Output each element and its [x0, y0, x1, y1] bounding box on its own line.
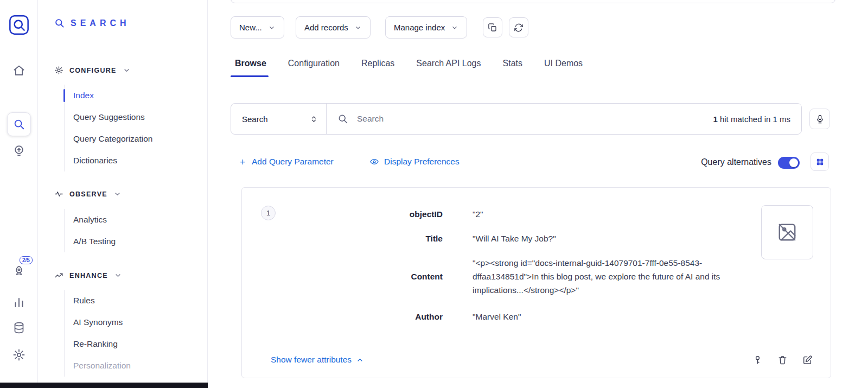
search-icon	[337, 113, 348, 124]
button-label: New...	[239, 23, 262, 32]
activity-icon	[54, 189, 63, 199]
search-product-header[interactable]: SEARCH	[54, 18, 130, 28]
configure-items: Index Query Suggestions Query Categoriza…	[64, 85, 200, 171]
layout-grid-icon[interactable]	[810, 152, 829, 171]
add-records-button[interactable]: Add records	[296, 16, 371, 39]
chevron-down-icon	[114, 271, 122, 279]
sidebar-item-index[interactable]: Index	[65, 85, 200, 106]
gear-icon	[54, 66, 63, 75]
hit-card: 1 objectID "2" Title "Will AI Take My Jo…	[241, 187, 831, 378]
field-label: Title	[242, 234, 443, 244]
query-alternatives-toggle[interactable]	[778, 157, 800, 169]
image-off-icon	[777, 222, 797, 243]
tab-replicas[interactable]: Replicas	[361, 59, 394, 77]
sidebar-item-rules[interactable]: Rules	[65, 290, 200, 311]
hits-stats: 1 hit matched in 1 ms	[713, 115, 790, 124]
field-value: "Marvel Ken"	[473, 310, 751, 323]
bottom-edge	[0, 383, 208, 388]
link-label: Add Query Parameter	[252, 157, 334, 167]
field-value: "<p><strong id="docs-internal-guid-14079…	[473, 256, 751, 297]
section-label: CONFIGURE	[69, 67, 117, 74]
chevron-up-icon	[356, 356, 364, 364]
tab-configuration[interactable]: Configuration	[288, 59, 340, 77]
plus-icon	[239, 158, 247, 166]
database-icon[interactable]	[12, 321, 25, 334]
tab-stats[interactable]: Stats	[503, 59, 522, 77]
query-alternatives-label: Query alternatives	[681, 157, 771, 167]
key-icon[interactable]	[748, 351, 767, 369]
hit-actions	[748, 351, 816, 369]
sidebar: SEARCH CONFIGURE Index Query Suggestions…	[38, 0, 208, 388]
recommend-icon[interactable]	[12, 144, 25, 157]
sidebar-item-re-ranking[interactable]: Re-Ranking	[65, 333, 200, 355]
field-row-content: Content "<p><strong id="docs-internal-gu…	[242, 256, 751, 297]
chevron-down-icon	[123, 66, 131, 74]
field-row-objectid: objectID "2"	[242, 207, 751, 221]
index-selector-value: Search	[242, 115, 268, 124]
index-tabs: Browse Configuration Replicas Search API…	[235, 59, 583, 77]
search-bar: Search 1 hit matched in 1 ms	[231, 103, 802, 135]
field-row-author: Author "Marvel Ken"	[242, 310, 751, 323]
home-icon[interactable]	[12, 64, 25, 77]
section-observe[interactable]: OBSERVE	[54, 189, 122, 199]
image-placeholder	[761, 205, 813, 259]
sidebar-item-analytics[interactable]: Analytics	[65, 209, 200, 231]
sidebar-item-ai-synonyms[interactable]: AI Synonyms	[65, 311, 200, 333]
section-label: OBSERVE	[69, 190, 107, 198]
manage-index-button[interactable]: Manage index	[385, 16, 467, 39]
microphone-icon[interactable]	[809, 109, 830, 129]
top-cropped-bar	[231, 0, 835, 3]
algolia-dashboard: 2/5 SEARCH CONFIGURE Index	[0, 0, 868, 388]
bar-chart-icon[interactable]	[12, 296, 25, 309]
hits-count: 1	[713, 115, 717, 124]
observe-items: Analytics A/B Testing	[64, 209, 200, 252]
tab-search-api-logs[interactable]: Search API Logs	[416, 59, 481, 77]
section-label: ENHANCE	[69, 272, 108, 279]
trending-up-icon	[54, 271, 63, 280]
field-value: "Will AI Take My Job?"	[473, 232, 751, 245]
chevron-down-icon	[268, 24, 276, 31]
field-label: Author	[242, 312, 443, 322]
search-input[interactable]	[357, 114, 704, 124]
toggle-knob	[789, 158, 798, 167]
edit-icon[interactable]	[798, 351, 816, 369]
display-preferences-link[interactable]: Display Preferences	[369, 157, 459, 167]
chevron-down-icon	[354, 24, 362, 31]
section-configure[interactable]: CONFIGURE	[54, 66, 131, 75]
sidebar-item-dictionaries[interactable]: Dictionaries	[65, 150, 200, 171]
hit-fields: objectID "2" Title "Will AI Take My Job?…	[242, 203, 751, 323]
chevron-down-icon	[451, 24, 458, 31]
search-icon	[54, 18, 65, 28]
search-input-area: 1 hit matched in 1 ms	[327, 104, 801, 134]
link-label: Display Preferences	[384, 157, 459, 167]
new-index-button[interactable]: New...	[231, 16, 284, 39]
show-fewer-attributes-link[interactable]: Show fewer attributes	[271, 355, 364, 365]
field-row-title: Title "Will AI Take My Job?"	[242, 232, 751, 245]
copy-icon[interactable]	[483, 17, 502, 37]
algolia-logo[interactable]	[8, 14, 30, 36]
trash-icon[interactable]	[773, 351, 792, 369]
product-title: SEARCH	[71, 18, 130, 28]
tab-browse[interactable]: Browse	[235, 59, 266, 77]
hits-text: hit matched in 1 ms	[718, 115, 790, 124]
section-enhance[interactable]: ENHANCE	[54, 271, 122, 280]
eye-icon	[369, 157, 379, 167]
sidebar-item-query-categorization[interactable]: Query Categorization	[65, 128, 200, 150]
chevron-down-icon	[113, 190, 122, 198]
search-app-icon[interactable]	[7, 112, 31, 136]
usage-badge: 2/5	[20, 256, 33, 264]
app-rail: 2/5	[0, 0, 38, 388]
add-query-parameter-link[interactable]: Add Query Parameter	[239, 157, 334, 167]
sidebar-item-query-suggestions[interactable]: Query Suggestions	[65, 106, 200, 128]
rocket-icon[interactable]	[12, 265, 25, 278]
button-label: Add records	[304, 23, 348, 32]
settings-gear-icon[interactable]	[12, 348, 25, 361]
sidebar-item-personalization[interactable]: Personalization	[65, 355, 200, 377]
field-label: Content	[242, 272, 443, 282]
enhance-items: Rules AI Synonyms Re-Ranking Personaliza…	[64, 290, 200, 377]
tab-ui-demos[interactable]: UI Demos	[544, 59, 583, 77]
index-selector[interactable]: Search	[231, 104, 327, 134]
field-value: "2"	[473, 207, 751, 221]
sidebar-item-ab-testing[interactable]: A/B Testing	[65, 231, 200, 252]
refresh-icon[interactable]	[509, 17, 528, 37]
